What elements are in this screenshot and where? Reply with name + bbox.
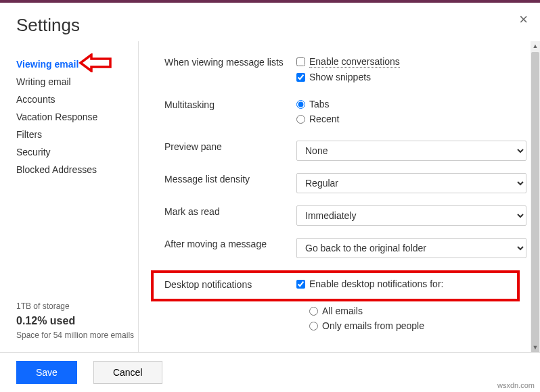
enable-conversations-label[interactable]: Enable conversations: [309, 56, 400, 68]
scroll-down-icon[interactable]: ▼: [531, 343, 540, 352]
settings-panel: When viewing message lists Enable conver…: [138, 41, 540, 352]
label-preview-pane: Preview pane: [164, 141, 296, 152]
after-moving-select[interactable]: Go back to the original folder: [296, 238, 526, 258]
multitasking-recent-radio[interactable]: [296, 115, 305, 124]
multitasking-recent-label: Recent: [309, 114, 339, 124]
show-snippets-label: Show snippets: [309, 72, 371, 82]
sidebar-item-blocked-addresses[interactable]: Blocked Addresses: [16, 162, 138, 178]
multitasking-tabs-radio[interactable]: [296, 100, 305, 109]
mark-as-read-select[interactable]: Immediately: [296, 205, 526, 226]
close-icon: ×: [519, 11, 528, 28]
notif-people-radio[interactable]: [309, 322, 318, 330]
annotation-arrow-icon: [78, 53, 112, 72]
sidebar-item-security[interactable]: Security: [16, 144, 138, 160]
enable-desktop-notifications-checkbox[interactable]: [296, 280, 305, 289]
storage-info: 1TB of storage 0.12% used Space for 54 m…: [16, 301, 134, 341]
sidebar-item-vacation-response[interactable]: Vacation Response: [16, 109, 138, 125]
sidebar-item-writing-email[interactable]: Writing email: [16, 74, 138, 90]
cancel-button[interactable]: Cancel: [93, 361, 162, 384]
save-button[interactable]: Save: [16, 361, 77, 384]
message-list-density-select[interactable]: Regular: [296, 173, 526, 193]
label-desktop-notifications: Desktop notifications: [164, 278, 296, 290]
watermark: wsxdn.com: [497, 381, 535, 389]
scroll-thumb[interactable]: [531, 52, 539, 352]
label-mark-as-read: Mark as read: [164, 205, 296, 217]
preview-pane-select[interactable]: None: [296, 141, 526, 161]
dialog-footer: Save Cancel: [0, 352, 540, 392]
show-snippets-checkbox[interactable]: [296, 73, 305, 82]
enable-desktop-notifications-label: Enable desktop notifications for:: [309, 278, 443, 289]
label-after-moving: After moving a message: [164, 238, 296, 249]
storage-total: 1TB of storage: [16, 301, 134, 312]
multitasking-tabs-label: Tabs: [309, 99, 330, 109]
sidebar: Viewing email Writing email Accounts Vac…: [0, 41, 138, 352]
label-message-list-density: Message list density: [164, 173, 296, 185]
storage-remaining: Space for 54 million more emails: [16, 330, 134, 341]
notif-people-label: Only emails from people: [322, 320, 424, 331]
sidebar-item-accounts[interactable]: Accounts: [16, 91, 138, 107]
scrollbar[interactable]: ▲ ▼: [531, 41, 540, 352]
label-multitasking: Multitasking: [164, 99, 296, 110]
storage-percent: 0.12% used: [16, 314, 134, 328]
annotation-highlight-box: Desktop notifications Enable desktop not…: [151, 270, 520, 301]
sidebar-item-viewing-email[interactable]: Viewing email: [16, 56, 138, 72]
sidebar-item-filters[interactable]: Filters: [16, 126, 138, 143]
close-button[interactable]: ×: [519, 12, 528, 27]
notif-all-emails-label: All emails: [322, 305, 363, 316]
dialog-title: Settings: [0, 3, 540, 41]
enable-conversations-checkbox[interactable]: [296, 57, 305, 66]
label-message-lists: When viewing message lists: [164, 56, 296, 68]
scroll-up-icon[interactable]: ▲: [531, 41, 540, 51]
notif-all-emails-radio[interactable]: [309, 307, 318, 316]
